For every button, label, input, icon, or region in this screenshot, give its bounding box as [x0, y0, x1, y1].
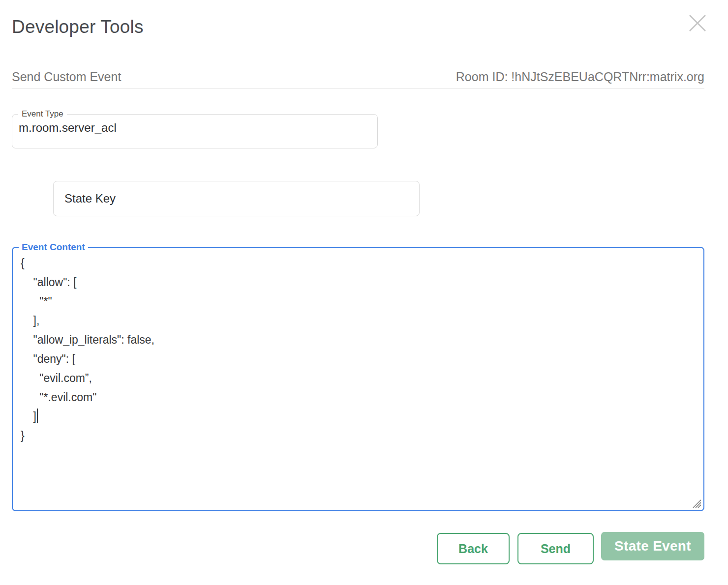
state-event-toggle-button[interactable]: State Event [601, 532, 704, 560]
json-line: "deny": [ [21, 350, 703, 369]
event-content-label: Event Content [19, 242, 88, 253]
json-line: "*" [21, 292, 703, 311]
json-line: "allow_ip_literals": false, [21, 330, 703, 350]
developer-tools-dialog: Developer Tools Send Custom Event Room I… [0, 0, 728, 585]
state-key-input[interactable] [64, 192, 399, 205]
json-line: } [21, 426, 703, 445]
send-custom-event-heading: Send Custom Event [12, 70, 121, 84]
event-content-field[interactable]: Event Content { "allow": [ "*" ], "allow… [12, 242, 704, 511]
json-line: "evil.com”, [21, 369, 703, 388]
json-line: ] [21, 407, 703, 426]
send-button[interactable]: Send [517, 533, 594, 564]
text-cursor [37, 409, 38, 423]
back-button[interactable]: Back [437, 533, 510, 564]
event-type-field[interactable]: Event Type [12, 109, 378, 148]
room-id-label: Room ID: !hNJtSzEBEUaCQRTNrr:matrix.org [456, 70, 704, 84]
event-type-label: Event Type [18, 109, 67, 119]
json-line: { [21, 254, 703, 273]
json-line: "allow": [ [21, 273, 703, 292]
json-line: ], [21, 311, 703, 330]
header-divider [12, 88, 704, 89]
resize-grip-icon[interactable] [690, 497, 701, 508]
event-content-editor[interactable]: { "allow": [ "*" ], "allow_ip_literals":… [13, 253, 703, 445]
state-key-field[interactable] [53, 181, 420, 216]
close-icon [688, 13, 707, 33]
json-line: "*.evil.com" [21, 388, 703, 407]
page-title: Developer Tools [12, 17, 144, 37]
event-type-input[interactable] [19, 121, 353, 135]
close-button[interactable] [687, 13, 708, 34]
